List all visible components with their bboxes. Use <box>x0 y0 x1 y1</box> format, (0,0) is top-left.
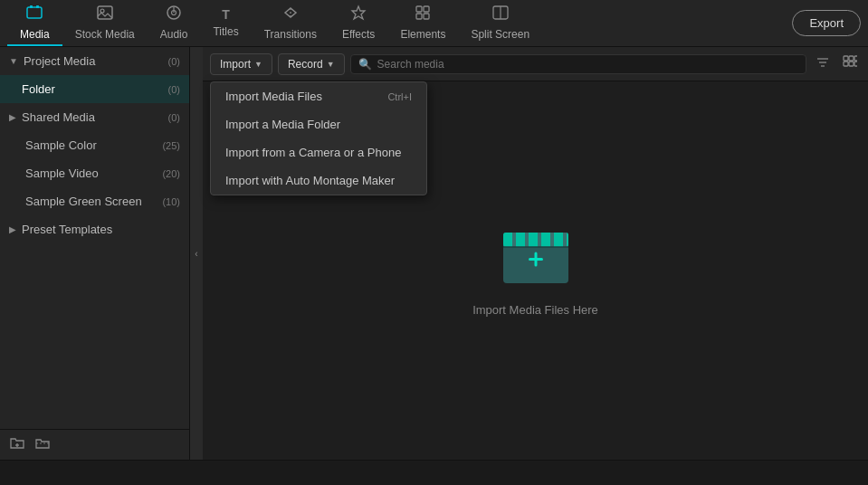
svg-rect-10 <box>416 6 422 12</box>
record-dropdown-arrow-icon: ▼ <box>327 60 335 69</box>
clapboard-icon <box>500 225 572 289</box>
import-button[interactable]: Import ▼ <box>210 53 272 75</box>
nav-item-titles[interactable]: T Titles <box>200 0 251 46</box>
media-icon <box>26 5 43 24</box>
sidebar-count-sample-green-screen: (10) <box>162 196 180 207</box>
import-dropdown-arrow-icon: ▼ <box>254 60 262 69</box>
dropdown-item-import-montage[interactable]: Import with Auto Montage Maker <box>211 166 426 195</box>
svg-rect-21 <box>844 56 848 61</box>
svg-rect-24 <box>844 62 848 66</box>
svg-rect-11 <box>424 6 429 12</box>
sidebar-label-folder: Folder <box>22 82 168 96</box>
import-dropdown-menu: Import Media Files Ctrl+I Import a Media… <box>210 81 427 195</box>
svg-rect-38 <box>534 252 537 266</box>
split-screen-icon <box>492 5 509 24</box>
sidebar-label-sample-green-screen: Sample Green Screen <box>25 195 162 208</box>
svg-rect-12 <box>416 14 422 19</box>
arrow-right-icon: ▶ <box>9 112 16 122</box>
bottom-bar <box>0 460 868 485</box>
sidebar-label-shared-media: Shared Media <box>22 110 168 124</box>
dropdown-label-import-files: Import Media Files <box>225 90 322 103</box>
titles-icon: T <box>222 7 230 22</box>
nav-item-media[interactable]: Media <box>7 0 62 46</box>
import-hint-text: Import Media Files Here <box>472 303 598 317</box>
nav-item-effects[interactable]: Effects <box>329 0 387 46</box>
svg-rect-32 <box>529 233 538 247</box>
search-bar[interactable]: 🔍 <box>350 54 806 74</box>
nav-label-stock-media: Stock Media <box>75 28 135 41</box>
dropdown-label-import-montage: Import with Auto Montage Maker <box>225 174 395 187</box>
nav-item-audio[interactable]: Audio <box>148 0 201 46</box>
sidebar-item-sample-video[interactable]: Sample Video (20) <box>0 159 189 187</box>
dropdown-label-import-folder: Import a Media Folder <box>225 118 340 131</box>
sidebar: ▼ Project Media (0) Folder (0) ▶ Shared … <box>0 47 190 460</box>
elements-icon <box>415 5 431 24</box>
svg-rect-34 <box>554 233 563 247</box>
dropdown-item-import-folder[interactable]: Import a Media Folder <box>211 110 426 138</box>
dropdown-item-import-camera[interactable]: Import from a Camera or a Phone <box>211 138 426 166</box>
search-input[interactable] <box>377 58 798 71</box>
nav-item-split-screen[interactable]: Split Screen <box>458 0 542 46</box>
svg-point-4 <box>100 9 104 13</box>
record-button[interactable]: Record ▼ <box>278 53 345 75</box>
collapse-handle[interactable]: ‹ <box>190 47 203 460</box>
transitions-icon <box>282 5 299 24</box>
import-label: Import <box>220 58 251 71</box>
svg-rect-30 <box>503 233 512 247</box>
nav-item-elements[interactable]: Elements <box>387 0 458 46</box>
sidebar-item-project-media[interactable]: ▼ Project Media (0) <box>0 47 189 75</box>
sidebar-item-folder[interactable]: Folder (0) <box>0 75 189 103</box>
nav-label-transitions: Transitions <box>264 28 317 41</box>
svg-rect-25 <box>849 62 854 66</box>
sidebar-item-preset-templates[interactable]: ▶ Preset Templates <box>0 215 189 243</box>
nav-item-transitions[interactable]: Transitions <box>252 0 329 46</box>
nav-item-stock-media[interactable]: Stock Media <box>62 0 148 46</box>
stock-media-icon <box>97 5 113 24</box>
sidebar-item-sample-color[interactable]: Sample Color (25) <box>0 131 189 159</box>
sidebar-count-folder: (0) <box>168 84 180 95</box>
sidebar-count-shared-media: (0) <box>168 112 180 123</box>
sidebar-count-project-media: (0) <box>168 56 180 67</box>
sidebar-item-shared-media[interactable]: ▶ Shared Media (0) <box>0 103 189 131</box>
svg-rect-2 <box>36 5 39 8</box>
filter-icon[interactable] <box>812 53 834 75</box>
nav-label-effects: Effects <box>342 28 375 41</box>
svg-rect-35 <box>567 233 572 247</box>
svg-rect-23 <box>854 56 857 61</box>
shortcut-import-files: Ctrl+I <box>387 91 412 102</box>
svg-rect-1 <box>30 5 33 8</box>
effects-icon <box>350 5 367 24</box>
svg-rect-31 <box>516 233 525 247</box>
nav-label-split-screen: Split Screen <box>471 28 529 41</box>
grid-view-icon[interactable] <box>839 53 861 75</box>
svg-rect-22 <box>849 56 854 61</box>
nav-label-media: Media <box>20 28 50 41</box>
search-icon: 🔍 <box>358 58 372 71</box>
svg-rect-13 <box>424 14 429 19</box>
sidebar-label-sample-video: Sample Video <box>25 166 162 180</box>
top-nav: Media Stock Media Audio T Titles <box>0 0 868 47</box>
content-panel: Import ▼ Record ▼ 🔍 <box>203 47 868 460</box>
record-label: Record <box>288 58 323 71</box>
new-folder-icon[interactable] <box>9 435 25 454</box>
sidebar-count-sample-video: (20) <box>162 168 180 179</box>
sidebar-label-sample-color: Sample Color <box>25 138 162 152</box>
sidebar-label-project-media: Project Media <box>24 54 168 68</box>
arrow-right-icon2: ▶ <box>9 224 16 234</box>
svg-rect-0 <box>27 7 42 18</box>
svg-rect-26 <box>854 62 857 66</box>
open-folder-icon[interactable] <box>34 435 51 454</box>
svg-rect-3 <box>98 6 112 19</box>
nav-label-elements: Elements <box>400 28 445 41</box>
main-area: ▼ Project Media (0) Folder (0) ▶ Shared … <box>0 47 868 460</box>
svg-marker-9 <box>352 6 365 19</box>
dropdown-item-import-files[interactable]: Import Media Files Ctrl+I <box>211 82 426 110</box>
arrow-down-icon: ▼ <box>9 56 18 66</box>
sidebar-count-sample-color: (25) <box>162 140 180 151</box>
dropdown-label-import-camera: Import from a Camera or a Phone <box>225 146 401 159</box>
svg-rect-33 <box>541 233 550 247</box>
toolbar: Import ▼ Record ▼ 🔍 <box>203 47 868 81</box>
sidebar-item-sample-green-screen[interactable]: Sample Green Screen (10) <box>0 187 189 215</box>
audio-icon <box>166 5 182 24</box>
export-button[interactable]: Export <box>792 10 861 36</box>
